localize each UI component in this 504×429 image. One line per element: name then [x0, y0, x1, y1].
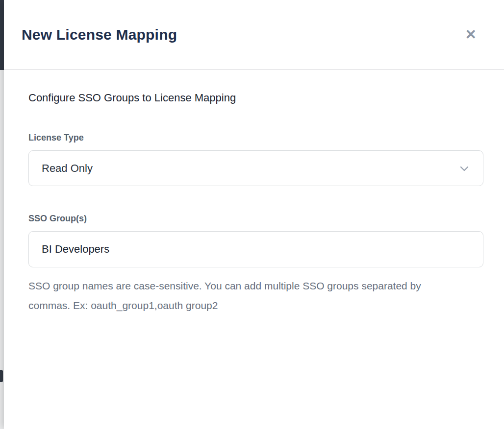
close-button[interactable]: ✕: [462, 25, 479, 45]
license-type-selected-value: Read Only: [42, 162, 93, 175]
sso-groups-helper-text: SSO group names are case-sensitive. You …: [28, 276, 445, 315]
license-type-select[interactable]: Read Only: [28, 150, 483, 186]
backdrop-mark: [0, 370, 3, 382]
page-backdrop: [0, 0, 4, 429]
modal-header: New License Mapping ✕: [4, 0, 504, 70]
sso-groups-input[interactable]: [28, 231, 483, 267]
license-type-label: License Type: [28, 133, 479, 143]
sso-groups-label: SSO Group(s): [28, 214, 479, 224]
close-icon: ✕: [465, 27, 477, 42]
new-license-mapping-modal: New License Mapping ✕ Configure SSO Grou…: [4, 0, 504, 429]
modal-subtitle: Configure SSO Groups to License Mapping: [28, 92, 479, 104]
modal-title: New License Mapping: [22, 26, 177, 43]
chevron-down-icon: [458, 163, 470, 174]
backdrop-dark-segment: [0, 0, 4, 70]
modal-body: Configure SSO Groups to License Mapping …: [4, 70, 504, 315]
